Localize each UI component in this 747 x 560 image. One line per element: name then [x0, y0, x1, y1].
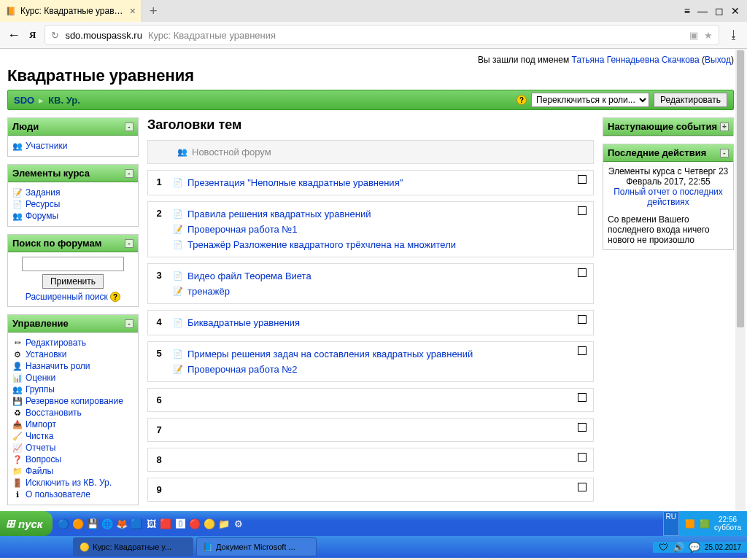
recent-report-link[interactable]: Полный отчет о последних действиях: [614, 187, 723, 207]
ql-icon[interactable]: 🌐: [101, 517, 114, 530]
block-recent: Последние действия- Элементы курса с Чет…: [603, 144, 734, 250]
browser-tab[interactable]: 📙 Курс: Квадратные уравн... ×: [0, 0, 142, 22]
block-upcoming-title: Наступающие события: [608, 121, 717, 132]
admin-link[interactable]: Восстановить: [26, 408, 82, 418]
menu-icon[interactable]: ≡: [684, 5, 690, 17]
admin-link[interactable]: Группы: [26, 384, 55, 394]
elements-link[interactable]: Ресурсы: [26, 199, 60, 209]
admin-link[interactable]: Импорт: [26, 419, 56, 429]
activity-link[interactable]: Правила решения квадратных уравнений: [187, 209, 371, 219]
app-icon: 🟡: [80, 542, 90, 552]
collapse-icon[interactable]: -: [125, 319, 133, 328]
activity-link[interactable]: Тренажёр Разложение квадратного трёхчлен…: [187, 239, 456, 250]
activity-link[interactable]: Презентация "Неполные квадратные уравнен…: [187, 177, 403, 188]
ql-icon[interactable]: 🟥: [159, 517, 172, 530]
search-submit-button[interactable]: Применить: [42, 274, 104, 289]
language-indicator[interactable]: RU: [663, 511, 679, 536]
activity-link[interactable]: тренажёр: [187, 286, 230, 297]
ql-icon[interactable]: 💾: [86, 517, 99, 530]
tab-close-icon[interactable]: ×: [130, 5, 136, 17]
topic-toggle-checkbox[interactable]: [578, 393, 587, 402]
topic-toggle-checkbox[interactable]: [578, 175, 587, 184]
ql-icon[interactable]: 🟡: [203, 517, 216, 530]
admin-link[interactable]: Назначить роли: [26, 361, 90, 371]
admin-link[interactable]: О пользователе: [26, 489, 90, 499]
admin-link[interactable]: Файлы: [26, 466, 53, 476]
elements-link[interactable]: Задания: [26, 187, 60, 198]
windows-logo-icon: ⊞: [6, 517, 15, 530]
topic-toggle-checkbox[interactable]: [578, 423, 587, 432]
ql-icon[interactable]: 🟦: [130, 517, 143, 530]
maximize-icon[interactable]: ◻: [715, 5, 724, 17]
topic-toggle-checkbox[interactable]: [578, 315, 587, 324]
participants-link[interactable]: Участники: [26, 141, 67, 151]
activity-link[interactable]: Видео файл Теорема Виета: [187, 271, 311, 281]
news-forum-link[interactable]: Новостной форум: [192, 147, 271, 158]
ql-icon[interactable]: 🅾: [174, 517, 187, 530]
collapse-icon[interactable]: -: [720, 149, 729, 158]
tray-icon[interactable]: 🟩: [700, 519, 710, 529]
admin-link[interactable]: Чистка: [26, 431, 53, 441]
start-button[interactable]: ⊞ пуск: [0, 511, 53, 536]
reload-icon[interactable]: ↻: [51, 30, 59, 41]
tray-icon[interactable]: 🛡: [659, 542, 668, 553]
activity-link[interactable]: Биквадратные уравнения: [187, 317, 300, 328]
admin-link[interactable]: Исключить из КВ. Ур.: [26, 478, 112, 488]
logout-link[interactable]: Выход: [705, 55, 731, 65]
advanced-search-link[interactable]: Расширенный поиск: [26, 292, 108, 302]
breadcrumb-root[interactable]: SDO: [14, 95, 34, 106]
admin-link[interactable]: Установки: [26, 349, 66, 359]
downloads-icon[interactable]: ⭳: [728, 28, 740, 42]
admin-link[interactable]: Оценки: [26, 373, 55, 383]
ql-icon[interactable]: 📁: [217, 517, 231, 530]
expand-icon[interactable]: +: [720, 122, 729, 131]
elements-link[interactable]: Форумы: [26, 211, 58, 221]
ql-icon[interactable]: 🟠: [71, 517, 85, 530]
admin-link[interactable]: Отчеты: [26, 443, 55, 453]
ql-icon[interactable]: 🦊: [115, 517, 128, 530]
help-icon[interactable]: ?: [516, 95, 527, 105]
admin-icon: 📊: [12, 373, 23, 383]
collapse-icon[interactable]: -: [125, 122, 133, 131]
admin-link[interactable]: Вопросы: [26, 454, 61, 464]
taskbar-item[interactable]: 🟡Курс: Квадратные у...: [73, 537, 193, 556]
tray-icon[interactable]: 💬: [689, 542, 700, 553]
activity-link[interactable]: Проверочная работа №1: [187, 224, 297, 235]
topic-number: 7: [148, 419, 170, 441]
edit-button[interactable]: Редактировать: [654, 93, 727, 107]
tray-icon[interactable]: 🟧: [685, 519, 695, 529]
activity-link[interactable]: Проверочная работа №2: [187, 364, 297, 375]
back-button[interactable]: ←: [7, 28, 20, 43]
page-scrollbar[interactable]: [735, 49, 746, 511]
ql-icon[interactable]: 🖼: [144, 517, 158, 530]
close-icon[interactable]: ✕: [731, 5, 740, 17]
tray-icon[interactable]: 🔊: [673, 542, 684, 553]
shield-icon[interactable]: ▣: [689, 30, 698, 41]
topic-toggle-checkbox[interactable]: [578, 346, 587, 355]
new-tab-button[interactable]: +: [142, 4, 165, 19]
collapse-icon[interactable]: -: [125, 239, 133, 248]
activity-icon: 📄: [173, 240, 183, 250]
forum-search-input[interactable]: [22, 257, 124, 271]
topic-toggle-checkbox[interactable]: [578, 268, 587, 277]
star-icon[interactable]: ★: [704, 30, 713, 41]
admin-link[interactable]: Резервное копирование: [26, 396, 123, 406]
quick-launch: 🔵 🟠 💾 🌐 🦊 🟦 🖼 🟥 🅾 🔴 🟡 📁 ⚙: [53, 511, 249, 536]
user-link[interactable]: Татьяна Геннадьевна Скачкова: [572, 55, 700, 65]
ql-icon[interactable]: 🔴: [188, 517, 201, 530]
ql-icon[interactable]: ⚙: [232, 517, 245, 530]
topic-toggle-checkbox[interactable]: [578, 453, 587, 462]
minimize-icon[interactable]: —: [697, 5, 708, 17]
topic-toggle-checkbox[interactable]: [578, 483, 587, 491]
yandex-logo[interactable]: Я: [29, 29, 36, 41]
ql-icon[interactable]: 🔵: [57, 517, 70, 530]
collapse-icon[interactable]: -: [125, 169, 133, 178]
taskbar-item[interactable]: 📘Документ Microsoft ...: [196, 537, 317, 556]
admin-icon: 🧹: [12, 431, 23, 441]
help-icon[interactable]: ?: [110, 292, 120, 302]
topic-toggle-checkbox[interactable]: [578, 206, 587, 215]
url-input[interactable]: ↻ sdo.mouspassk.ru Курс: Квадратные урав…: [44, 25, 719, 45]
activity-link[interactable]: Примеры решения задач на составления ква…: [187, 349, 473, 359]
admin-link[interactable]: Редактировать: [26, 338, 86, 348]
role-select[interactable]: Переключиться к роли...: [531, 93, 649, 107]
